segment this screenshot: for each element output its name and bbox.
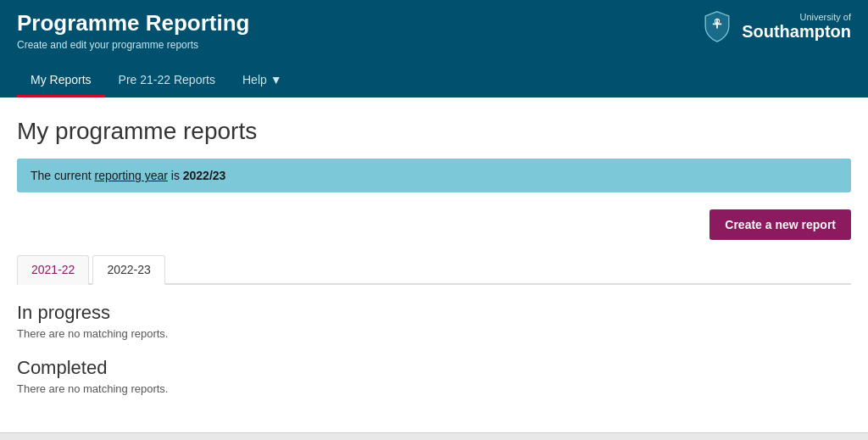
shield-icon: [701, 10, 733, 42]
site-title: Programme Reporting: [17, 10, 250, 36]
main-content: My programme reports The current reporti…: [0, 97, 868, 432]
year-tabs: 2021-22 2022-23: [17, 253, 851, 285]
in-progress-empty-message: There are no matching reports.: [17, 327, 851, 340]
reports-section-in-progress: In progress There are no matching report…: [17, 302, 851, 340]
create-new-report-button[interactable]: Create a new report: [709, 209, 851, 240]
reporting-year-link[interactable]: reporting year: [94, 169, 167, 182]
in-progress-title: In progress: [17, 302, 851, 324]
completed-empty-message: There are no matching reports.: [17, 382, 851, 395]
info-banner: The current reporting year is 2022/23: [17, 159, 851, 192]
reports-section-completed: Completed There are no matching reports.: [17, 357, 851, 395]
site-header: Programme Reporting Create and edit your…: [0, 0, 868, 97]
logo-text: University of Southampton: [742, 12, 851, 42]
current-year: 2022/23: [183, 169, 226, 182]
site-footer: Freedom of information | Terms & Conditi…: [0, 432, 868, 440]
completed-title: Completed: [17, 357, 851, 379]
nav-my-reports[interactable]: My Reports: [17, 64, 105, 97]
info-banner-suffix: is: [168, 169, 183, 182]
nav-help[interactable]: Help ▼: [229, 64, 296, 97]
logo-university-name: Southampton: [742, 22, 851, 42]
nav-pre-21-22-reports[interactable]: Pre 21-22 Reports: [105, 64, 229, 97]
page-title: My programme reports: [17, 118, 851, 145]
tab-2022-23[interactable]: 2022-23: [92, 255, 164, 285]
action-row: Create a new report: [17, 209, 851, 240]
header-branding: Programme Reporting Create and edit your…: [17, 10, 250, 51]
chevron-down-icon: ▼: [270, 73, 282, 86]
site-subtitle: Create and edit your programme reports: [17, 39, 250, 51]
main-nav: My Reports Pre 21-22 Reports Help ▼: [17, 64, 851, 97]
info-banner-prefix: The current: [31, 169, 94, 182]
university-logo: University of Southampton: [701, 10, 851, 42]
logo-university-of: University of: [742, 12, 851, 22]
tab-2021-22[interactable]: 2021-22: [17, 255, 89, 285]
